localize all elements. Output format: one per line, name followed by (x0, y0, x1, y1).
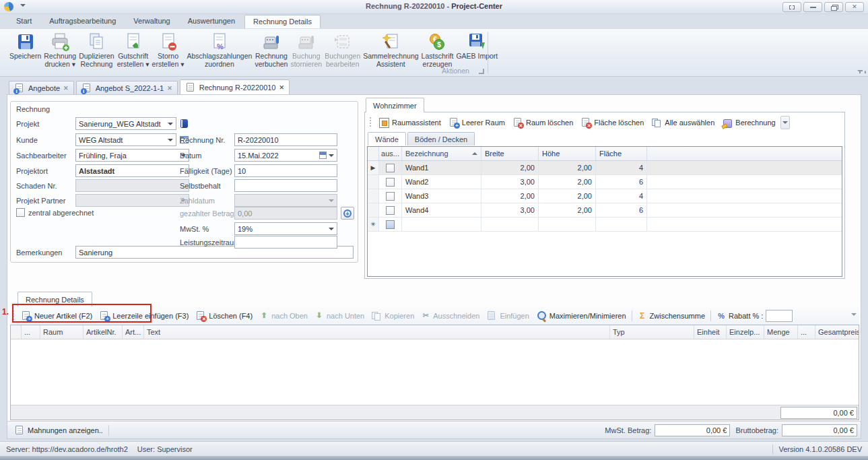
toolbar-grip[interactable] (368, 117, 373, 128)
cell-bezeichnung[interactable]: Wand2 (402, 175, 481, 189)
row-checkbox[interactable] (386, 164, 395, 172)
close-tab-icon[interactable]: ✕ (167, 85, 172, 92)
row-checkbox[interactable] (386, 192, 395, 201)
doc-tab-angebot-s-2022-1-1[interactable]: i Angebot S_2022-1-1 ✕ (76, 81, 178, 95)
chevron-down-icon[interactable] (329, 228, 334, 233)
duplizieren-rechnung-button[interactable]: Duplizieren Rechnung (77, 30, 116, 68)
toolbar-overflow-button[interactable] (851, 312, 857, 320)
buchung-stornieren-button[interactable]: Buchung stornieren (289, 30, 323, 68)
rechnung-drucken-button[interactable]: Rechnung drucken ▾ (42, 30, 77, 68)
cell-bezeichnung[interactable]: Wand4 (402, 203, 481, 217)
leistungszeitraum-input[interactable] (234, 236, 337, 249)
doc-tab-angebote[interactable]: i Angebote ✕ (9, 81, 74, 95)
col-einzelpreis[interactable]: Einzelp... (727, 325, 764, 339)
speichern-button[interactable]: Speichern (8, 30, 42, 68)
cell-hoehe[interactable]: 2,00 (539, 175, 596, 189)
cell-bezeichnung[interactable]: Wand3 (402, 189, 481, 203)
raumassistent-button[interactable]: Raumassistent (375, 117, 444, 129)
zwischensumme-button[interactable]: Σ Zwischensumme (634, 310, 709, 321)
doc-tab-rechnung-r-20220010[interactable]: Rechnung R-20220010 ✕ (180, 79, 290, 95)
cell-breite[interactable]: 3,00 (481, 203, 539, 217)
storno-erstellen-button[interactable]: Storno erstellen ▾ (151, 30, 186, 68)
cell-bezeichnung[interactable]: Wand1 (402, 161, 481, 174)
col-einheit[interactable]: Einheit (694, 325, 727, 339)
lastschrift-erzeugen-button[interactable]: € $ Lastschrift erzeugen (420, 30, 455, 68)
ribbon-tab-rechnung-details[interactable]: Rechnung Details (244, 15, 321, 28)
close-tab-icon[interactable]: ✕ (63, 85, 69, 92)
mwst-combobox[interactable]: 19% (234, 222, 337, 235)
table-row[interactable]: Wand2 3,00 2,00 6 (368, 175, 842, 189)
col-artikelnr[interactable]: ArtikelNr. (84, 325, 123, 339)
col-bezeichnung[interactable]: Bezeichnung (402, 147, 481, 160)
berechnung-dropdown-button[interactable] (780, 116, 790, 129)
chevron-down-icon[interactable] (168, 139, 173, 144)
gaeb-import-button[interactable]: GAEB Import (455, 30, 499, 68)
selbstbehalt-input[interactable] (234, 179, 337, 192)
room-tab-wohnzimmer[interactable]: Wohnzimmer (366, 98, 424, 112)
details-grid-body[interactable] (11, 339, 859, 405)
alle-auswaehlen-button[interactable]: Alle auswählen (648, 117, 718, 129)
new-row[interactable]: ✳ (368, 218, 842, 232)
projekt-combobox[interactable]: Sanierung_WEG Altstadt (75, 117, 176, 130)
ausschneiden-button[interactable]: ✂ Ausschneiden (418, 310, 483, 321)
flaeche-loeschen-button[interactable]: ✕ Fläche löschen (577, 117, 647, 129)
cell-breite[interactable]: 3,00 (481, 175, 539, 189)
raum-loeschen-button[interactable]: ✕ Raum löschen (509, 117, 576, 129)
gutschrift-erstellen-button[interactable]: Gutschrift erstellen ▾ (116, 30, 151, 68)
app-icon[interactable] (4, 2, 13, 11)
col-flaeche[interactable]: Fläche (596, 147, 647, 160)
chevron-down-icon[interactable] (329, 154, 334, 160)
ribbon-tab-auswertungen[interactable]: Auswertungen (180, 15, 243, 28)
kopieren-button[interactable]: Kopieren (368, 310, 418, 322)
buchungen-bearbeiten-button[interactable]: Buchungen bearbeiten (323, 30, 362, 68)
rechnung-nr-input[interactable]: R-20220010 (234, 133, 337, 146)
leerer-raum-button[interactable]: + Leerer Raum (445, 117, 508, 129)
col-text[interactable]: Text (144, 325, 610, 339)
maximieren-minimieren-button[interactable]: Maximieren/Minimieren (533, 310, 630, 322)
sammelrechnung-assistent-button[interactable]: Sammelrechnung Assistent (362, 30, 420, 68)
sachbearbeiter-combobox[interactable]: Frühling, Fraja (75, 149, 189, 162)
subtab-boeden-decken[interactable]: Böden / Decken (407, 132, 475, 145)
cell-flaeche[interactable]: 4 (596, 161, 647, 174)
einfuegen-button[interactable]: Einfügen (483, 310, 532, 322)
datum-datepicker[interactable]: 15.Mai.2022 (234, 149, 337, 162)
col-aus[interactable]: aus... (379, 147, 402, 160)
col-gesamtpreis[interactable]: Gesamtpreis (815, 325, 859, 339)
cell-breite[interactable]: 2,00 (481, 189, 539, 203)
restore-button[interactable] (824, 2, 843, 12)
dialog-launcher-icon[interactable] (479, 69, 484, 74)
add-payment-button[interactable]: + (341, 207, 354, 220)
close-tab-icon[interactable]: ✕ (279, 84, 285, 91)
rechnung-verbuchen-button[interactable]: Rechnung verbuchen (253, 30, 289, 68)
faelligkeit-input[interactable]: 10 (234, 164, 337, 177)
chevron-down-icon[interactable] (168, 123, 173, 128)
nach-oben-button[interactable]: ⬆ nach Oben (256, 310, 311, 321)
cell-hoehe[interactable]: 2,00 (539, 203, 596, 217)
table-row[interactable]: Wand4 3,00 2,00 6 (368, 203, 842, 218)
berechnung-button[interactable]: Berechnung (719, 117, 778, 129)
row-checkbox[interactable] (386, 178, 395, 187)
cell-breite[interactable]: 2,00 (481, 161, 539, 174)
loeschen-button[interactable]: ✕ Löschen (F4) (192, 310, 256, 322)
table-row[interactable]: Wand3 2,00 2,00 4 (368, 189, 842, 203)
quick-access-dropdown-icon[interactable] (20, 4, 26, 9)
subtab-waende[interactable]: Wände (368, 132, 406, 145)
minimize-button[interactable] (803, 2, 822, 12)
cell-hoehe[interactable]: 2,00 (539, 161, 596, 174)
col-dots2[interactable]: ... (798, 325, 815, 339)
zentral-abgerechnet-checkbox[interactable] (16, 208, 25, 217)
nach-unten-button[interactable]: ⬇ nach Unten (311, 310, 368, 321)
col-typ[interactable]: Typ (610, 325, 694, 339)
mahnungen-anzeigen-button[interactable]: Mahnungen anzeigen.. (11, 424, 106, 436)
row-checkbox[interactable] (386, 206, 395, 215)
cell-hoehe[interactable]: 2,00 (539, 189, 596, 203)
col-raum[interactable]: Raum (40, 325, 84, 339)
rabatt-input[interactable] (766, 310, 793, 322)
cell-flaeche[interactable]: 6 (596, 175, 647, 189)
cell-flaeche[interactable]: 6 (596, 203, 647, 217)
table-row[interactable]: ▶ Wand1 2,00 2,00 4 (368, 161, 842, 175)
collapse-ribbon-icon[interactable] (857, 70, 863, 73)
ribbon-tab-auftragsbearbeitung[interactable]: Auftragsbearbeitung (41, 15, 124, 28)
project-book-icon[interactable] (179, 119, 190, 129)
close-button[interactable]: ✕ (845, 2, 864, 12)
